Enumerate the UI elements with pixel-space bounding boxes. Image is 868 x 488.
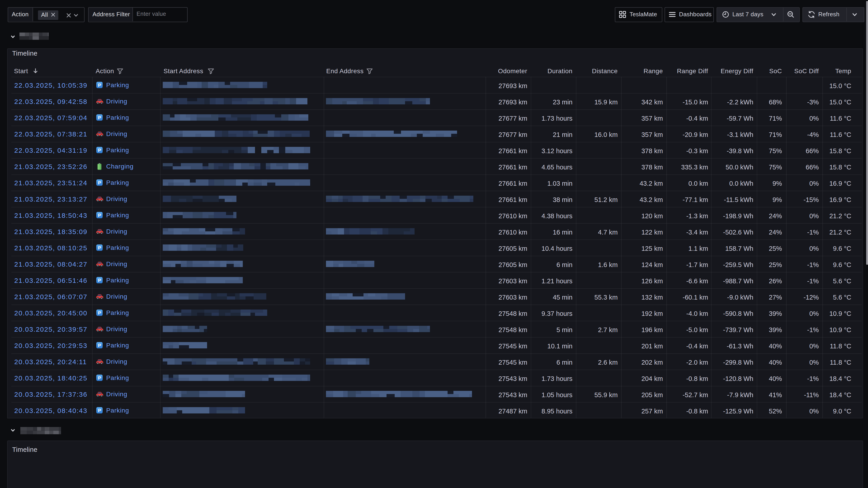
- svg-text:P: P: [98, 148, 101, 153]
- svg-text:P: P: [98, 213, 101, 218]
- svg-text:P: P: [98, 375, 101, 381]
- svg-text:P: P: [98, 310, 101, 315]
- svg-text:P: P: [98, 115, 101, 120]
- svg-text:P: P: [98, 278, 101, 283]
- svg-text:P: P: [98, 343, 101, 348]
- svg-text:P: P: [98, 83, 101, 88]
- svg-text:P: P: [98, 180, 101, 185]
- svg-text:P: P: [98, 408, 101, 413]
- svg-text:P: P: [98, 245, 101, 250]
